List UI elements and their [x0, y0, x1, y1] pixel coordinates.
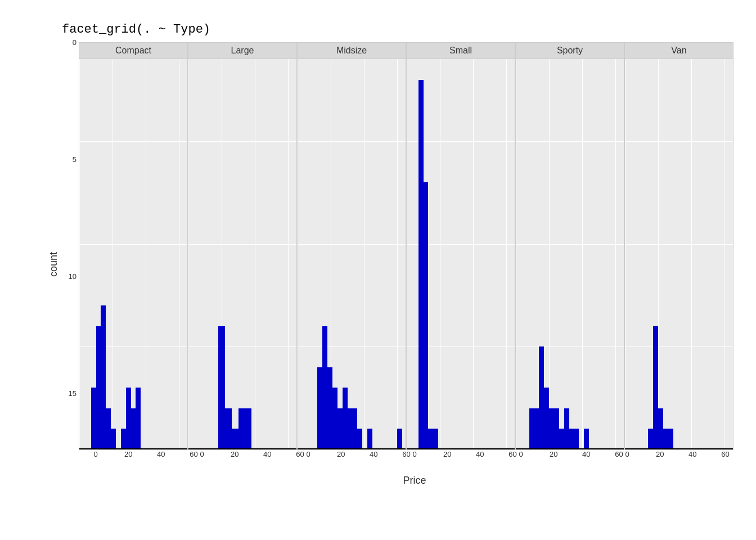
- x-axis-line: [516, 448, 624, 449]
- bar: [584, 429, 589, 449]
- bar: [101, 305, 106, 449]
- bar: [327, 367, 332, 449]
- facet-panel-compact: Compact: [79, 42, 188, 450]
- bar: [96, 326, 101, 449]
- bar: [574, 429, 579, 449]
- grid-line-v: [582, 59, 583, 449]
- facet-plot-compact: [79, 59, 187, 449]
- grid-line-v: [691, 59, 692, 449]
- grid-line-v: [516, 59, 516, 449]
- x-tick-label: 0: [93, 450, 97, 458]
- bar: [225, 408, 232, 449]
- facet-panel-sporty: Sporty: [515, 42, 624, 450]
- grid-line-v: [179, 59, 179, 449]
- bar: [367, 429, 372, 449]
- facet-header-sporty: Sporty: [516, 43, 624, 59]
- x-axis-panel-small: 0204060: [415, 450, 521, 472]
- facet-plot-large: [188, 59, 296, 449]
- grid-line-h: [516, 346, 624, 347]
- bar: [126, 388, 131, 449]
- x-tick-label: 0: [519, 450, 523, 458]
- facet-plot-midsize: [298, 59, 406, 449]
- x-axis-line: [188, 448, 296, 449]
- bar: [245, 408, 251, 449]
- x-tick-label: 40: [688, 450, 696, 458]
- bar: [418, 80, 424, 449]
- bar: [559, 429, 564, 449]
- x-axis-panel-large: 0204060: [202, 450, 308, 472]
- grid-line-v: [407, 59, 407, 449]
- bar: [433, 429, 438, 449]
- grid-line-v: [440, 59, 440, 449]
- x-tick-label: 0: [412, 450, 416, 458]
- bar: [352, 408, 357, 449]
- facet-plot-sporty: [516, 59, 624, 449]
- bar: [539, 346, 544, 449]
- bar: [338, 408, 343, 449]
- facet-header-large: Large: [188, 43, 296, 59]
- x-tick-label: 40: [476, 450, 484, 458]
- bar: [554, 408, 559, 449]
- x-axis-line: [625, 448, 733, 449]
- facet-panel-large: Large: [188, 42, 297, 450]
- bar: [529, 408, 534, 449]
- bar: [343, 388, 348, 449]
- facet-plot-small: [407, 59, 515, 449]
- facet-header-van: Van: [625, 43, 733, 59]
- grid-line-h: [188, 346, 296, 347]
- x-axis-line: [79, 448, 187, 449]
- grid-line-h: [516, 141, 624, 142]
- x-axis-area: 0204060020406002040600204060020406002040…: [96, 450, 734, 472]
- x-axis-line: [298, 448, 406, 449]
- grid-line-v: [724, 59, 725, 449]
- x-tick-label: 20: [337, 450, 345, 458]
- grid-line-h: [625, 244, 733, 245]
- x-tick-label: 0: [200, 450, 204, 458]
- grid-line-h: [188, 141, 296, 142]
- grid-line-v: [549, 59, 550, 449]
- x-tick-label: 40: [263, 450, 271, 458]
- bar: [136, 388, 141, 449]
- bar: [238, 408, 245, 449]
- bar: [544, 388, 549, 449]
- x-tick-label: 0: [306, 450, 310, 458]
- bar: [658, 408, 663, 449]
- facet-plot-van: [625, 59, 733, 449]
- x-tick-label: 20: [231, 450, 238, 458]
- bar: [663, 429, 668, 449]
- grid-line-v: [112, 59, 113, 449]
- bar: [111, 429, 116, 449]
- y-tick-label: 10: [69, 272, 76, 280]
- bar: [131, 408, 136, 449]
- bar: [397, 429, 402, 449]
- chart-title: facet_grid(. ~ Type): [62, 22, 734, 37]
- bar: [232, 429, 238, 449]
- grid-line-h: [79, 244, 187, 245]
- grid-line-h: [298, 346, 406, 347]
- bar: [653, 326, 658, 449]
- facets-wrapper: CompactLargeMidsizeSmallSportyVan 020406…: [79, 42, 734, 487]
- x-tick-label: 20: [656, 450, 664, 458]
- grid-line-h: [188, 244, 296, 245]
- grid-line-h: [298, 141, 406, 142]
- facet-header-compact: Compact: [79, 43, 187, 59]
- grid-line-v: [615, 59, 616, 449]
- grid-line-v: [364, 59, 364, 449]
- facet-header-midsize: Midsize: [298, 43, 406, 59]
- grid-line-v: [298, 59, 298, 449]
- x-tick-label: 60: [402, 450, 410, 458]
- bar: [569, 429, 574, 449]
- grid-line-v: [506, 59, 507, 449]
- bar: [534, 408, 539, 449]
- facet-header-small: Small: [407, 43, 515, 59]
- x-tick-label: 20: [550, 450, 557, 458]
- bar: [357, 429, 362, 449]
- bar: [564, 408, 569, 449]
- bar: [332, 388, 338, 449]
- x-axis-line: [407, 448, 515, 449]
- x-tick-label: 60: [508, 450, 516, 458]
- y-tick-label: 0: [73, 38, 76, 47]
- grid-line-v: [397, 59, 398, 449]
- grid-line-v: [473, 59, 474, 449]
- facets-panels: CompactLargeMidsizeSmallSportyVan: [79, 42, 734, 450]
